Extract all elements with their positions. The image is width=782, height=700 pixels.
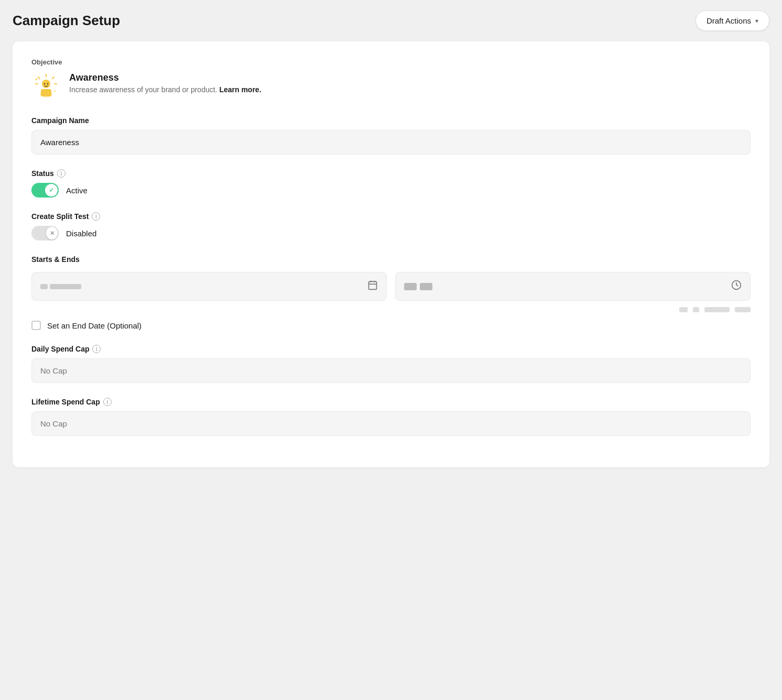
svg-text:✦: ✦: [53, 90, 56, 93]
tz-block-1: [679, 307, 688, 312]
tz-block-4: [735, 307, 751, 312]
split-test-toggle-row: ✕ Disabled: [31, 226, 751, 240]
check-icon: ✓: [49, 187, 54, 194]
end-date-label: Set an End Date (Optional): [47, 321, 142, 330]
split-test-toggle-knob: ✕: [46, 227, 58, 239]
campaign-name-section: Campaign Name: [31, 116, 751, 155]
calendar-icon[interactable]: [367, 280, 378, 293]
status-info-icon[interactable]: i: [57, 169, 66, 178]
start-date-placeholder: [40, 284, 81, 289]
svg-point-11: [47, 83, 48, 84]
svg-point-10: [44, 83, 45, 84]
time-block-2: [420, 283, 432, 290]
svg-rect-1: [41, 89, 51, 96]
status-toggle[interactable]: ✓: [31, 183, 59, 198]
lifetime-spend-cap-info-icon[interactable]: i: [103, 398, 112, 406]
awareness-icon: ✦ ✦: [31, 72, 61, 102]
campaign-name-input[interactable]: [31, 130, 751, 155]
end-date-checkbox[interactable]: [31, 321, 41, 330]
starts-ends-label: Starts & Ends: [31, 255, 751, 264]
status-toggle-row: ✓ Active: [31, 183, 751, 198]
draft-actions-button[interactable]: Draft Actions ▾: [696, 10, 769, 31]
status-toggle-knob: ✓: [45, 184, 58, 196]
tz-block-3: [704, 307, 730, 312]
lifetime-spend-cap-input[interactable]: [31, 411, 751, 436]
objective-name: Awareness: [69, 72, 262, 83]
split-test-info-icon[interactable]: i: [92, 212, 100, 221]
objective-section: Objective: [31, 58, 751, 102]
end-time-field[interactable]: [395, 272, 751, 301]
svg-rect-12: [369, 281, 377, 289]
campaign-name-label: Campaign Name: [31, 116, 751, 125]
tz-block-2: [693, 307, 699, 312]
svg-line-6: [38, 77, 40, 79]
date-block-2: [50, 284, 81, 289]
status-section: Status i ✓ Active: [31, 169, 751, 198]
lifetime-spend-cap-section: Lifetime Spend Cap i: [31, 398, 751, 436]
page-title: Campaign Setup: [13, 13, 120, 29]
objective-description: Increase awareness of your brand or prod…: [69, 85, 262, 94]
split-test-section: Create Split Test i ✕ Disabled: [31, 212, 751, 240]
draft-actions-label: Draft Actions: [707, 16, 751, 25]
split-test-label: Create Split Test i: [31, 212, 751, 221]
daily-spend-cap-section: Daily Spend Cap i: [31, 345, 751, 383]
daily-spend-cap-info-icon[interactable]: i: [92, 345, 101, 353]
clock-icon[interactable]: [731, 280, 742, 293]
date-block-1: [40, 284, 48, 289]
x-icon: ✕: [50, 230, 55, 237]
start-date-content: [40, 284, 81, 289]
svg-line-4: [52, 77, 54, 79]
campaign-setup-card: Objective: [13, 41, 769, 467]
time-block-1: [404, 283, 417, 290]
daily-spend-cap-label: Daily Spend Cap i: [31, 345, 751, 353]
objective-text: Awareness Increase awareness of your bra…: [69, 72, 262, 94]
time-blocks: [404, 283, 432, 290]
learn-more-link[interactable]: Learn more.: [219, 85, 261, 94]
page-wrapper: Campaign Setup Draft Actions ▾ Objective: [0, 0, 782, 700]
split-test-toggle-label: Disabled: [66, 229, 96, 238]
status-label: Status i: [31, 169, 751, 178]
start-date-field[interactable]: [31, 272, 387, 301]
status-toggle-label: Active: [66, 186, 88, 195]
timezone-row: [31, 307, 751, 312]
objective-section-label: Objective: [31, 58, 751, 66]
split-test-toggle[interactable]: ✕: [31, 226, 59, 240]
objective-row: ✦ ✦ Awareness Increase awareness of your…: [31, 72, 751, 102]
daily-spend-cap-input[interactable]: [31, 358, 751, 383]
starts-ends-section: Starts & Ends: [31, 255, 751, 330]
page-header: Campaign Setup Draft Actions ▾: [13, 10, 769, 31]
end-date-row: Set an End Date (Optional): [31, 321, 751, 330]
lifetime-spend-cap-label: Lifetime Spend Cap i: [31, 398, 751, 406]
svg-text:✦: ✦: [35, 77, 38, 82]
chevron-down-icon: ▾: [755, 17, 758, 25]
date-time-row: [31, 272, 751, 301]
